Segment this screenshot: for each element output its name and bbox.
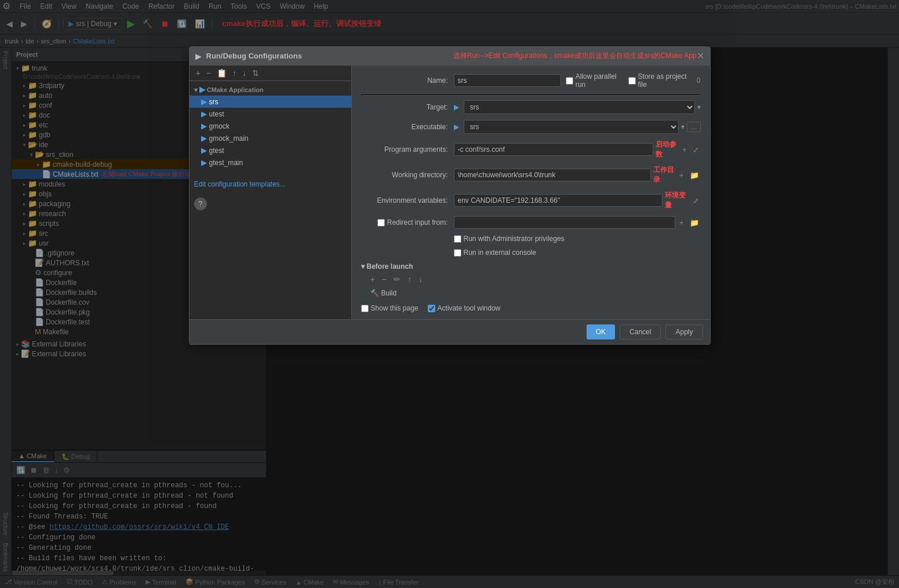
config-sort-btn[interactable]: ⇅ [250,68,261,78]
before-launch-title[interactable]: ▾ Before launch [361,262,701,271]
ok-button[interactable]: OK [587,324,615,339]
apply-button[interactable]: Apply [665,324,703,339]
program-args-expand-btn[interactable]: ⤢ [691,145,701,155]
env-vars-row: 环境变量 ⤢ [454,191,701,210]
run-external-check[interactable] [454,249,461,257]
help-button[interactable]: ? [194,198,207,210]
env-vars-expand-btn[interactable]: ⤢ [691,196,701,206]
allow-parallel-checkbox[interactable]: Allow parallel run [566,72,624,89]
config-move-down-btn[interactable]: ↓ [241,68,248,78]
run-admin-check[interactable] [454,235,461,243]
edit-templates-link[interactable]: Edit configuration templates... [194,180,286,188]
config-item-srs[interactable]: ▶ srs [190,96,351,108]
dialog-footer: OK Cancel Apply [190,319,710,344]
show-page-check[interactable] [361,305,369,312]
bl-edit-btn[interactable]: ✏ [391,274,403,284]
name-label: Name: [361,76,454,85]
bl-build-item: 🔨 Build [368,288,701,298]
before-launch-arrow: ▾ [361,262,365,271]
working-dir-row: 工作目录 + 📁 [454,165,701,185]
config-item-gtest-main[interactable]: ▶ gtest_main [190,156,351,169]
form-separator [361,94,701,96]
config-item-gmock[interactable]: ▶ gmock [190,120,351,132]
before-launch-content: + − ✏ ↑ ↓ 🔨 Build [368,274,701,298]
config-list-header: + − 📋 ↑ ↓ ⇅ [190,65,351,81]
gmock-config-icon: ▶ [201,122,207,130]
executable-select[interactable]: srs [464,120,679,134]
store-project-check[interactable] [628,77,636,85]
config-move-up-btn[interactable]: ↑ [231,68,238,78]
config-copy-btn[interactable]: 📋 [215,68,228,78]
run-admin-checkbox[interactable]: Run with Administrator privileges [454,235,565,243]
config-detail: Name: Allow parallel run Store as projec… [352,65,710,319]
cmake-section-header: ▾ ▶ CMake Application [190,83,351,96]
before-launch-section: ▾ Before launch + − ✏ ↑ ↓ 🔨 [361,262,701,298]
form-row-working-dir: Working directory: 工作目录 + 📁 [361,165,701,185]
program-args-row: 启动参数 + ⤢ [454,140,701,159]
before-launch-controls: + − ✏ ↑ ↓ [368,274,701,284]
dialog-annotation: 选择Run-->Edit Configurations，cmake成功后这里会自… [453,51,697,61]
cmake-section-label: CMake Application [207,86,264,93]
cmake-section-arrow[interactable]: ▾ [194,86,198,93]
target-row: ▶ srs ▾ [454,100,701,114]
cancel-button[interactable]: Cancel [620,324,661,339]
form-row-name: Name: Allow parallel run Store as projec… [361,72,701,89]
redirect-row: + 📁 [454,216,701,229]
env-vars-input[interactable] [454,194,663,207]
working-dir-browse-btn[interactable]: 📁 [688,170,701,180]
run-debug-dialog: ▶ Run/Debug Configurations 选择Run-->Edit … [189,46,711,345]
dialog-overlay: ▶ Run/Debug Configurations 选择Run-->Edit … [0,0,899,588]
config-add-btn[interactable]: + [194,68,202,78]
program-args-input[interactable] [454,143,654,156]
config-item-gmock-main[interactable]: ▶ gmock_main [190,132,351,144]
bl-remove-btn[interactable]: − [380,274,389,284]
redirect-browse-btn[interactable]: 📁 [688,218,701,228]
bl-down-btn[interactable]: ↓ [416,274,425,284]
store-project-checkbox[interactable]: Store as project file [628,72,692,89]
dialog-header: ▶ Run/Debug Configurations 选择Run-->Edit … [190,47,710,65]
target-cmake-icon: ▶ [454,103,459,111]
env-vars-label: Environment variables: [361,196,454,204]
bl-up-btn[interactable]: ↑ [405,274,414,284]
env-vars-annotation: 环境变量 [665,191,688,210]
program-args-label: Program arguments: [361,145,454,154]
dialog-icon: ▶ [195,52,202,61]
config-item-utest[interactable]: ▶ utest [190,108,351,120]
name-input[interactable] [454,74,561,87]
utest-config-icon: ▶ [201,109,207,118]
activate-window-checkbox[interactable]: Activate tool window [428,304,501,312]
dialog-body: + − 📋 ↑ ↓ ⇅ ▾ ▶ CMake Application [190,65,710,319]
working-dir-annotation: 工作目录 [653,165,675,185]
dialog-title: Run/Debug Configurations [206,52,442,60]
working-dir-input[interactable] [454,169,651,181]
dialog-close-button[interactable]: ✕ [697,50,704,61]
target-dropdown-icon: ▾ [697,103,701,111]
redirect-input[interactable] [454,216,675,229]
config-remove-btn[interactable]: − [205,68,213,78]
redirect-add-btn[interactable]: + [678,218,686,228]
config-section-cmake: ▾ ▶ CMake Application ▶ srs ▶ utest ▶ [190,81,351,171]
form-row-env-vars: Environment variables: 环境变量 ⤢ [361,191,701,210]
exe-dropdown-icon: ▾ [681,123,685,131]
program-args-annotation: 启动参数 [656,140,678,159]
executable-row: ▶ srs ▾ ... [454,120,701,134]
form-row-program-args: Program arguments: 启动参数 + ⤢ [361,140,701,159]
exe-cmake-icon: ▶ [454,123,459,131]
form-row-target: Target: ▶ srs ▾ [361,100,701,114]
executable-label: Executable: [361,123,454,131]
program-args-add-btn[interactable]: + [680,145,689,155]
form-row-run-external: Run in external console [361,249,701,257]
allow-parallel-check[interactable] [566,77,573,85]
form-row-executable: Executable: ▶ srs ▾ ... [361,120,701,134]
working-dir-add-btn[interactable]: + [678,170,686,180]
run-external-checkbox[interactable]: Run in external console [454,249,536,257]
target-select[interactable]: srs [464,100,695,114]
show-page-checkbox[interactable]: Show this page [361,304,418,312]
working-dir-label: Working directory: [361,171,454,179]
bl-add-btn[interactable]: + [368,274,377,284]
config-item-gtest[interactable]: ▶ gtest [190,144,351,156]
activate-window-check[interactable] [428,305,435,312]
executable-browse-btn[interactable]: ... [687,122,700,132]
redirect-checkbox[interactable] [377,219,385,227]
config-list: + − 📋 ↑ ↓ ⇅ ▾ ▶ CMake Application [190,65,352,319]
